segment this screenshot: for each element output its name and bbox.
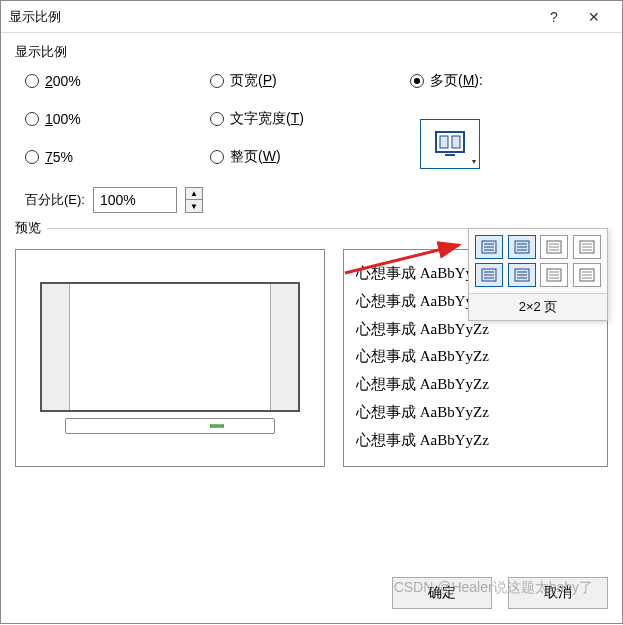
radio-icon: [210, 112, 224, 126]
percent-input[interactable]: 100%: [93, 187, 177, 213]
monitor-side: [42, 284, 70, 410]
radio-icon: [25, 150, 39, 164]
page-cell[interactable]: [573, 263, 601, 287]
svg-rect-3: [445, 154, 455, 156]
radio-col-2: 页宽(P) 文字宽度(T) 整页(W): [210, 71, 410, 169]
radio-whole-page[interactable]: 整页(W): [210, 147, 410, 167]
dialog-body: 显示比例 200% 100% 75% 页宽(P): [1, 33, 622, 562]
button-bar: 确定 取消: [1, 562, 622, 623]
percent-row: 百分比(E): 100% ▲ ▼: [15, 169, 608, 213]
radio-75[interactable]: 75%: [25, 147, 210, 167]
radio-label: 200%: [45, 73, 81, 89]
page-cell[interactable]: [573, 235, 601, 259]
radio-label: 页宽(P): [230, 72, 277, 90]
zoom-dialog: 显示比例 ? ✕ 显示比例 200% 100% 75%: [0, 0, 623, 624]
titlebar: 显示比例 ? ✕: [1, 1, 622, 33]
many-pages-button[interactable]: ▾: [420, 119, 480, 169]
radio-many-pages[interactable]: 多页(M):: [410, 71, 598, 91]
monitor-pages-icon: [435, 131, 465, 157]
radio-label: 整页(W): [230, 148, 281, 166]
pages-popup: 2×2 页: [468, 228, 608, 321]
radio-label: 75%: [45, 149, 73, 165]
radio-100[interactable]: 100%: [25, 109, 210, 129]
svg-rect-2: [452, 136, 460, 148]
monitor-stand: [65, 418, 275, 434]
page-cell[interactable]: [508, 263, 536, 287]
radio-label: 多页(M):: [430, 72, 483, 90]
sample-line: 心想事成 AaBbYyZz: [356, 399, 595, 427]
preview-monitor: [15, 249, 325, 467]
ok-button[interactable]: 确定: [392, 577, 492, 609]
cancel-button[interactable]: 取消: [508, 577, 608, 609]
page-cell[interactable]: [475, 235, 503, 259]
pages-grid: [469, 229, 607, 293]
window-title: 显示比例: [9, 8, 534, 26]
monitor-light-icon: [210, 425, 224, 428]
radio-200[interactable]: 200%: [25, 71, 210, 91]
percent-spinner: ▲ ▼: [185, 187, 203, 213]
sample-line: 心想事成 AaBbYyZz: [356, 343, 595, 371]
radio-icon: [25, 74, 39, 88]
zoom-group-label: 显示比例: [15, 41, 608, 67]
sample-line: 心想事成 AaBbYyZz: [356, 371, 595, 399]
monitor-side: [270, 284, 298, 410]
radio-icon: [410, 74, 424, 88]
radio-icon: [210, 150, 224, 164]
sample-line: 心想事成 AaBbYyZz: [356, 427, 595, 455]
radio-icon: [210, 74, 224, 88]
radio-columns: 200% 100% 75% 页宽(P) 文字宽度(T): [15, 67, 608, 169]
spinner-up[interactable]: ▲: [186, 188, 202, 200]
close-icon[interactable]: ✕: [574, 9, 614, 25]
page-cell[interactable]: [540, 235, 568, 259]
percent-label: 百分比(E):: [25, 191, 85, 209]
spinner-down[interactable]: ▼: [186, 200, 202, 212]
monitor-center: [70, 284, 270, 410]
radio-col-3: 多页(M): ▾: [410, 71, 598, 169]
pages-popup-status: 2×2 页: [469, 293, 607, 320]
help-icon[interactable]: ?: [534, 9, 574, 25]
svg-rect-1: [440, 136, 448, 148]
page-cell[interactable]: [475, 263, 503, 287]
radio-text-width[interactable]: 文字宽度(T): [210, 109, 410, 129]
page-cell[interactable]: [540, 263, 568, 287]
chevron-down-icon: ▾: [472, 157, 476, 166]
radio-label: 文字宽度(T): [230, 110, 304, 128]
monitor-icon: [40, 282, 300, 412]
page-cell[interactable]: [508, 235, 536, 259]
radio-col-1: 200% 100% 75%: [25, 71, 210, 169]
radio-icon: [25, 112, 39, 126]
radio-label: 100%: [45, 111, 81, 127]
radio-page-width[interactable]: 页宽(P): [210, 71, 410, 91]
